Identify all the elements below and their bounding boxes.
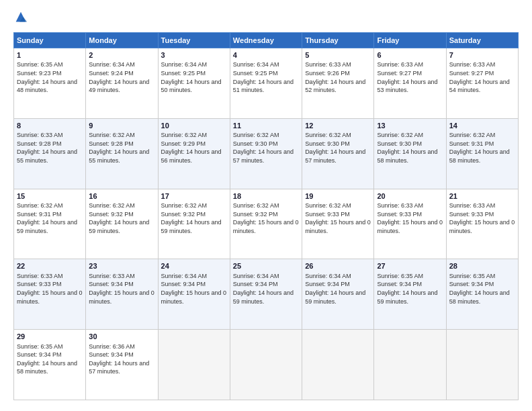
day-number: 26: [305, 261, 371, 271]
calendar-cell: 22Sunrise: 6:33 AMSunset: 9:33 PMDayligh…: [14, 259, 86, 330]
calendar-cell: 13Sunrise: 6:32 AMSunset: 9:30 PMDayligh…: [374, 118, 446, 189]
day-number: 22: [17, 261, 83, 271]
calendar-cell: 27Sunrise: 6:35 AMSunset: 9:34 PMDayligh…: [374, 259, 446, 330]
calendar-cell: [302, 330, 374, 400]
cell-info: Sunrise: 6:34 AM: [89, 60, 154, 69]
cell-info: Sunrise: 6:32 AM: [305, 131, 371, 140]
logo: [13, 11, 31, 26]
cell-info: Sunrise: 6:32 AM: [305, 201, 371, 210]
cell-info: Sunset: 9:26 PM: [305, 69, 371, 78]
calendar-cell: 5Sunrise: 6:33 AMSunset: 9:26 PMDaylight…: [302, 48, 374, 119]
day-number: 20: [377, 191, 443, 201]
cell-info: Daylight: 14 hours and 59 minutes.: [161, 218, 227, 235]
cell-info: Daylight: 14 hours and 52 minutes.: [305, 78, 371, 95]
cell-info: Sunset: 9:31 PM: [449, 140, 515, 148]
cell-info: Sunset: 9:30 PM: [233, 140, 299, 148]
cell-info: Daylight: 14 hours and 58 minutes.: [377, 148, 443, 165]
day-number: 6: [377, 50, 443, 60]
calendar-cell: 23Sunrise: 6:33 AMSunset: 9:34 PMDayligh…: [86, 259, 158, 330]
day-number: 2: [89, 50, 154, 60]
day-number: 27: [377, 261, 443, 271]
cell-info: Sunrise: 6:33 AM: [377, 60, 443, 69]
weekday-header: Saturday: [446, 33, 518, 48]
calendar-cell: [374, 330, 446, 400]
day-number: 4: [233, 50, 299, 60]
calendar-cell: 3Sunrise: 6:34 AMSunset: 9:25 PMDaylight…: [158, 48, 230, 119]
cell-info: Daylight: 14 hours and 57 minutes.: [89, 359, 154, 376]
calendar-cell: 2Sunrise: 6:34 AMSunset: 9:24 PMDaylight…: [86, 48, 158, 119]
cell-info: Daylight: 15 hours and 0 minutes.: [89, 289, 154, 306]
cell-info: Sunset: 9:28 PM: [17, 140, 83, 148]
calendar-cell: 15Sunrise: 6:32 AMSunset: 9:31 PMDayligh…: [14, 189, 86, 259]
calendar-cell: 24Sunrise: 6:34 AMSunset: 9:34 PMDayligh…: [158, 259, 230, 330]
day-number: 18: [233, 191, 299, 201]
calendar-row: 29Sunrise: 6:35 AMSunset: 9:34 PMDayligh…: [14, 330, 519, 400]
calendar-cell: 10Sunrise: 6:32 AMSunset: 9:29 PMDayligh…: [158, 118, 230, 189]
weekday-header: Monday: [86, 33, 158, 48]
calendar: SundayMondayTuesdayWednesdayThursdayFrid…: [13, 32, 519, 400]
day-number: 17: [161, 191, 227, 201]
cell-info: Sunset: 9:34 PM: [89, 351, 154, 359]
day-number: 13: [377, 121, 443, 131]
cell-info: Sunrise: 6:33 AM: [449, 60, 515, 69]
day-number: 19: [305, 191, 371, 201]
cell-info: Daylight: 14 hours and 50 minutes.: [161, 78, 227, 95]
calendar-cell: [230, 330, 302, 400]
calendar-cell: 30Sunrise: 6:36 AMSunset: 9:34 PMDayligh…: [86, 330, 158, 400]
cell-info: Daylight: 14 hours and 59 minutes.: [17, 218, 83, 235]
cell-info: Daylight: 14 hours and 57 minutes.: [305, 148, 371, 165]
page: SundayMondayTuesdayWednesdayThursdayFrid…: [0, 0, 532, 411]
calendar-cell: [158, 330, 230, 400]
cell-info: Sunrise: 6:33 AM: [17, 272, 83, 281]
calendar-cell: 29Sunrise: 6:35 AMSunset: 9:34 PMDayligh…: [14, 330, 86, 400]
cell-info: Sunset: 9:23 PM: [17, 69, 83, 78]
calendar-cell: 16Sunrise: 6:32 AMSunset: 9:32 PMDayligh…: [86, 189, 158, 259]
cell-info: Sunset: 9:34 PM: [17, 351, 83, 359]
cell-info: Sunrise: 6:33 AM: [305, 60, 371, 69]
cell-info: Sunset: 9:30 PM: [377, 140, 443, 148]
calendar-cell: 6Sunrise: 6:33 AMSunset: 9:27 PMDaylight…: [374, 48, 446, 119]
cell-info: Sunrise: 6:33 AM: [377, 201, 443, 210]
cell-info: Daylight: 14 hours and 58 minutes.: [449, 148, 515, 165]
cell-info: Sunrise: 6:35 AM: [377, 272, 443, 281]
cell-info: Sunset: 9:30 PM: [305, 140, 371, 148]
cell-info: Daylight: 14 hours and 53 minutes.: [377, 78, 443, 95]
cell-info: Sunset: 9:34 PM: [449, 280, 515, 289]
weekday-header: Tuesday: [158, 33, 230, 48]
cell-info: Sunset: 9:33 PM: [449, 210, 515, 219]
cell-info: Daylight: 14 hours and 49 minutes.: [89, 78, 154, 95]
cell-info: Daylight: 14 hours and 59 minutes.: [89, 218, 154, 235]
weekday-header: Friday: [374, 33, 446, 48]
calendar-cell: 18Sunrise: 6:32 AMSunset: 9:32 PMDayligh…: [230, 189, 302, 259]
cell-info: Daylight: 14 hours and 58 minutes.: [17, 359, 83, 376]
cell-info: Sunset: 9:33 PM: [377, 210, 443, 219]
day-number: 12: [305, 121, 371, 131]
cell-info: Daylight: 14 hours and 51 minutes.: [233, 78, 299, 95]
cell-info: Sunset: 9:25 PM: [233, 69, 299, 78]
day-number: 3: [161, 50, 227, 60]
cell-info: Sunset: 9:24 PM: [89, 69, 154, 78]
cell-info: Sunset: 9:34 PM: [305, 280, 371, 289]
day-number: 28: [449, 261, 515, 271]
calendar-row: 1Sunrise: 6:35 AMSunset: 9:23 PMDaylight…: [14, 48, 519, 119]
cell-info: Sunset: 9:27 PM: [449, 69, 515, 78]
weekday-header: Sunday: [14, 33, 86, 48]
cell-info: Daylight: 14 hours and 59 minutes.: [233, 289, 299, 306]
cell-info: Sunrise: 6:35 AM: [17, 60, 83, 69]
cell-info: Sunrise: 6:34 AM: [233, 272, 299, 281]
day-number: 15: [17, 191, 83, 201]
cell-info: Sunrise: 6:33 AM: [89, 272, 154, 281]
day-number: 30: [89, 332, 154, 342]
calendar-cell: 21Sunrise: 6:33 AMSunset: 9:33 PMDayligh…: [446, 189, 518, 259]
cell-info: Sunset: 9:33 PM: [17, 280, 83, 289]
calendar-cell: 4Sunrise: 6:34 AMSunset: 9:25 PMDaylight…: [230, 48, 302, 119]
calendar-cell: 11Sunrise: 6:32 AMSunset: 9:30 PMDayligh…: [230, 118, 302, 189]
cell-info: Sunset: 9:34 PM: [161, 280, 227, 289]
cell-info: Sunrise: 6:35 AM: [17, 342, 83, 351]
day-number: 11: [233, 121, 299, 131]
weekday-header: Wednesday: [230, 33, 302, 48]
day-number: 1: [17, 50, 83, 60]
day-number: 5: [305, 50, 371, 60]
calendar-row: 22Sunrise: 6:33 AMSunset: 9:33 PMDayligh…: [14, 259, 519, 330]
cell-info: Sunrise: 6:32 AM: [377, 131, 443, 140]
